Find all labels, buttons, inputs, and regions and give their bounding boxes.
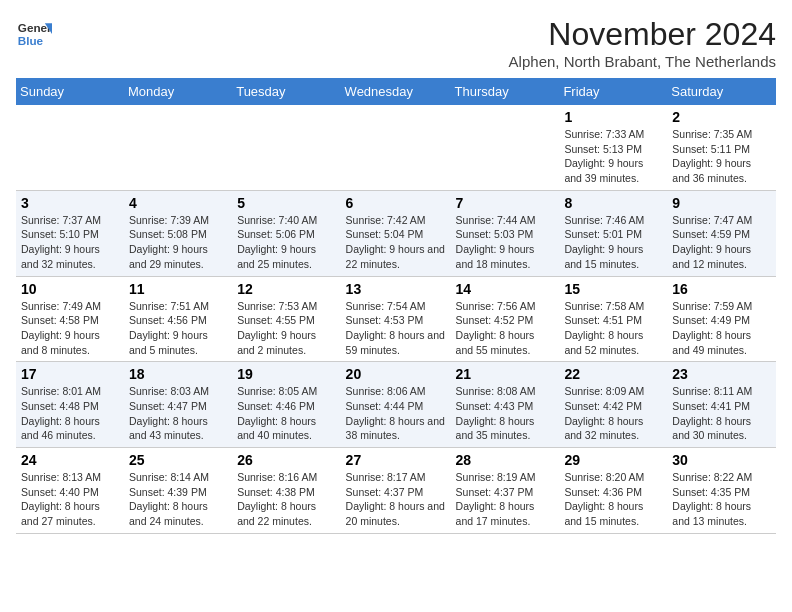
day-info: Sunrise: 8:09 AM Sunset: 4:42 PM Dayligh… (564, 384, 662, 443)
day-info: Sunrise: 8:13 AM Sunset: 4:40 PM Dayligh… (21, 470, 119, 529)
week-row-3: 10Sunrise: 7:49 AM Sunset: 4:58 PM Dayli… (16, 276, 776, 362)
day-cell: 19Sunrise: 8:05 AM Sunset: 4:46 PM Dayli… (232, 362, 340, 448)
day-info: Sunrise: 7:44 AM Sunset: 5:03 PM Dayligh… (456, 213, 555, 272)
day-info: Sunrise: 7:54 AM Sunset: 4:53 PM Dayligh… (346, 299, 446, 358)
day-cell (16, 105, 124, 190)
day-number: 2 (672, 109, 771, 125)
day-number: 3 (21, 195, 119, 211)
day-info: Sunrise: 7:58 AM Sunset: 4:51 PM Dayligh… (564, 299, 662, 358)
day-number: 18 (129, 366, 227, 382)
day-cell: 4Sunrise: 7:39 AM Sunset: 5:08 PM Daylig… (124, 190, 232, 276)
day-cell: 11Sunrise: 7:51 AM Sunset: 4:56 PM Dayli… (124, 276, 232, 362)
day-number: 11 (129, 281, 227, 297)
logo: General Blue (16, 16, 52, 52)
day-info: Sunrise: 8:06 AM Sunset: 4:44 PM Dayligh… (346, 384, 446, 443)
day-cell: 13Sunrise: 7:54 AM Sunset: 4:53 PM Dayli… (341, 276, 451, 362)
day-info: Sunrise: 7:35 AM Sunset: 5:11 PM Dayligh… (672, 127, 771, 186)
day-cell: 30Sunrise: 8:22 AM Sunset: 4:35 PM Dayli… (667, 448, 776, 534)
day-number: 7 (456, 195, 555, 211)
day-cell: 24Sunrise: 8:13 AM Sunset: 4:40 PM Dayli… (16, 448, 124, 534)
day-cell: 15Sunrise: 7:58 AM Sunset: 4:51 PM Dayli… (559, 276, 667, 362)
main-title: November 2024 (509, 16, 776, 53)
day-number: 14 (456, 281, 555, 297)
day-number: 30 (672, 452, 771, 468)
day-cell: 26Sunrise: 8:16 AM Sunset: 4:38 PM Dayli… (232, 448, 340, 534)
day-info: Sunrise: 7:56 AM Sunset: 4:52 PM Dayligh… (456, 299, 555, 358)
day-cell: 1Sunrise: 7:33 AM Sunset: 5:13 PM Daylig… (559, 105, 667, 190)
week-row-2: 3Sunrise: 7:37 AM Sunset: 5:10 PM Daylig… (16, 190, 776, 276)
day-cell: 10Sunrise: 7:49 AM Sunset: 4:58 PM Dayli… (16, 276, 124, 362)
day-info: Sunrise: 8:05 AM Sunset: 4:46 PM Dayligh… (237, 384, 335, 443)
day-info: Sunrise: 7:42 AM Sunset: 5:04 PM Dayligh… (346, 213, 446, 272)
svg-text:Blue: Blue (18, 34, 44, 47)
day-info: Sunrise: 8:11 AM Sunset: 4:41 PM Dayligh… (672, 384, 771, 443)
day-info: Sunrise: 8:17 AM Sunset: 4:37 PM Dayligh… (346, 470, 446, 529)
day-cell: 16Sunrise: 7:59 AM Sunset: 4:49 PM Dayli… (667, 276, 776, 362)
header-cell-thursday: Thursday (451, 78, 560, 105)
svg-text:General: General (18, 21, 52, 34)
day-number: 20 (346, 366, 446, 382)
day-cell: 23Sunrise: 8:11 AM Sunset: 4:41 PM Dayli… (667, 362, 776, 448)
header-cell-monday: Monday (124, 78, 232, 105)
subtitle: Alphen, North Brabant, The Netherlands (509, 53, 776, 70)
day-number: 15 (564, 281, 662, 297)
day-number: 24 (21, 452, 119, 468)
day-number: 23 (672, 366, 771, 382)
day-cell (124, 105, 232, 190)
day-info: Sunrise: 7:40 AM Sunset: 5:06 PM Dayligh… (237, 213, 335, 272)
day-number: 5 (237, 195, 335, 211)
week-row-4: 17Sunrise: 8:01 AM Sunset: 4:48 PM Dayli… (16, 362, 776, 448)
day-cell: 17Sunrise: 8:01 AM Sunset: 4:48 PM Dayli… (16, 362, 124, 448)
day-cell: 6Sunrise: 7:42 AM Sunset: 5:04 PM Daylig… (341, 190, 451, 276)
day-number: 21 (456, 366, 555, 382)
day-info: Sunrise: 8:20 AM Sunset: 4:36 PM Dayligh… (564, 470, 662, 529)
day-number: 27 (346, 452, 446, 468)
day-info: Sunrise: 7:49 AM Sunset: 4:58 PM Dayligh… (21, 299, 119, 358)
day-cell: 28Sunrise: 8:19 AM Sunset: 4:37 PM Dayli… (451, 448, 560, 534)
day-cell (232, 105, 340, 190)
day-number: 12 (237, 281, 335, 297)
day-number: 19 (237, 366, 335, 382)
day-cell (341, 105, 451, 190)
day-cell: 22Sunrise: 8:09 AM Sunset: 4:42 PM Dayli… (559, 362, 667, 448)
header-cell-wednesday: Wednesday (341, 78, 451, 105)
day-info: Sunrise: 7:53 AM Sunset: 4:55 PM Dayligh… (237, 299, 335, 358)
day-info: Sunrise: 7:33 AM Sunset: 5:13 PM Dayligh… (564, 127, 662, 186)
day-info: Sunrise: 7:39 AM Sunset: 5:08 PM Dayligh… (129, 213, 227, 272)
day-number: 26 (237, 452, 335, 468)
day-number: 28 (456, 452, 555, 468)
header-row: SundayMondayTuesdayWednesdayThursdayFrid… (16, 78, 776, 105)
day-number: 16 (672, 281, 771, 297)
day-info: Sunrise: 8:03 AM Sunset: 4:47 PM Dayligh… (129, 384, 227, 443)
day-info: Sunrise: 7:59 AM Sunset: 4:49 PM Dayligh… (672, 299, 771, 358)
header-cell-sunday: Sunday (16, 78, 124, 105)
day-info: Sunrise: 8:14 AM Sunset: 4:39 PM Dayligh… (129, 470, 227, 529)
day-info: Sunrise: 7:46 AM Sunset: 5:01 PM Dayligh… (564, 213, 662, 272)
day-info: Sunrise: 8:01 AM Sunset: 4:48 PM Dayligh… (21, 384, 119, 443)
day-number: 29 (564, 452, 662, 468)
header-cell-tuesday: Tuesday (232, 78, 340, 105)
week-row-1: 1Sunrise: 7:33 AM Sunset: 5:13 PM Daylig… (16, 105, 776, 190)
day-cell: 12Sunrise: 7:53 AM Sunset: 4:55 PM Dayli… (232, 276, 340, 362)
day-number: 8 (564, 195, 662, 211)
day-cell: 8Sunrise: 7:46 AM Sunset: 5:01 PM Daylig… (559, 190, 667, 276)
day-number: 1 (564, 109, 662, 125)
day-cell: 18Sunrise: 8:03 AM Sunset: 4:47 PM Dayli… (124, 362, 232, 448)
day-cell: 20Sunrise: 8:06 AM Sunset: 4:44 PM Dayli… (341, 362, 451, 448)
day-cell: 14Sunrise: 7:56 AM Sunset: 4:52 PM Dayli… (451, 276, 560, 362)
day-cell: 2Sunrise: 7:35 AM Sunset: 5:11 PM Daylig… (667, 105, 776, 190)
day-number: 4 (129, 195, 227, 211)
day-cell: 7Sunrise: 7:44 AM Sunset: 5:03 PM Daylig… (451, 190, 560, 276)
header-cell-saturday: Saturday (667, 78, 776, 105)
day-info: Sunrise: 8:16 AM Sunset: 4:38 PM Dayligh… (237, 470, 335, 529)
day-number: 6 (346, 195, 446, 211)
day-number: 22 (564, 366, 662, 382)
week-row-5: 24Sunrise: 8:13 AM Sunset: 4:40 PM Dayli… (16, 448, 776, 534)
day-cell: 27Sunrise: 8:17 AM Sunset: 4:37 PM Dayli… (341, 448, 451, 534)
day-cell (451, 105, 560, 190)
day-cell: 3Sunrise: 7:37 AM Sunset: 5:10 PM Daylig… (16, 190, 124, 276)
day-info: Sunrise: 7:51 AM Sunset: 4:56 PM Dayligh… (129, 299, 227, 358)
day-number: 10 (21, 281, 119, 297)
day-cell: 21Sunrise: 8:08 AM Sunset: 4:43 PM Dayli… (451, 362, 560, 448)
day-info: Sunrise: 7:47 AM Sunset: 4:59 PM Dayligh… (672, 213, 771, 272)
